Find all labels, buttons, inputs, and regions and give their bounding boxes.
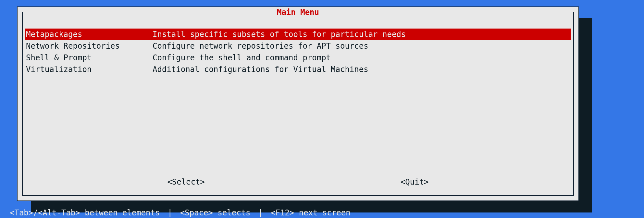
hint-tab: <Tab>/<Alt-Tab> between elements	[10, 209, 160, 217]
menu-item-label: Shell & Prompt	[25, 54, 153, 62]
menu-item-label: Virtualization	[25, 65, 153, 74]
screen: Main Menu Metapackages Install specific …	[0, 0, 644, 218]
hint-f12: <F12> next screen	[271, 209, 351, 217]
menu-list: Metapackages Install specific subsets of…	[25, 29, 571, 75]
menu-item-desc: Configure network repositories for APT s…	[153, 42, 571, 50]
key-hints-bar: <Tab>/<Alt-Tab> between elements | <Spac…	[0, 208, 644, 218]
menu-item-metapackages[interactable]: Metapackages Install specific subsets of…	[25, 29, 571, 40]
dialog-title: Main Menu	[269, 8, 327, 17]
menu-item-network-repositories[interactable]: Network Repositories Configure network r…	[25, 40, 571, 52]
select-button[interactable]: <Select>	[167, 178, 205, 186]
menu-item-desc: Install specific subsets of tools for pa…	[153, 30, 571, 39]
hint-separator: |	[167, 209, 172, 217]
main-menu-dialog: Main Menu Metapackages Install specific …	[17, 6, 579, 201]
hint-space: <Space> selects	[180, 209, 251, 217]
menu-item-virtualization[interactable]: Virtualization Additional configurations…	[25, 64, 571, 75]
hint-separator: |	[258, 209, 263, 217]
menu-item-desc: Configure the shell and command prompt	[153, 54, 571, 62]
dialog-buttons: <Select> <Quit>	[18, 178, 578, 186]
menu-item-shell-prompt[interactable]: Shell & Prompt Configure the shell and c…	[25, 52, 571, 64]
menu-item-desc: Additional configurations for Virtual Ma…	[153, 65, 571, 74]
quit-button[interactable]: <Quit>	[401, 178, 429, 186]
menu-item-label: Network Repositories	[25, 42, 153, 50]
menu-item-label: Metapackages	[25, 30, 153, 39]
